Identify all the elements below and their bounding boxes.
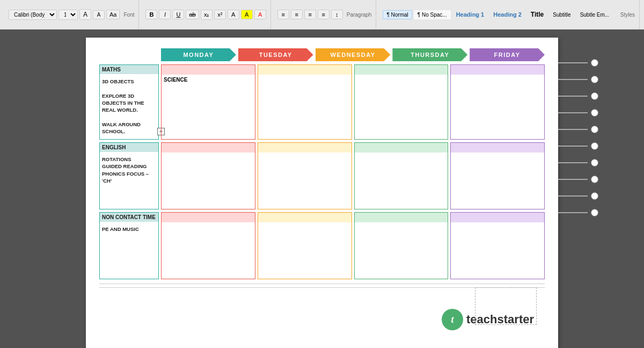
noncontact-subject-label: NON CONTACT TIME: [100, 213, 158, 222]
english-subject-label: ENGLISH: [100, 143, 158, 152]
noncontact-thu-header: [355, 213, 448, 222]
day-tuesday-header: TUESDAY: [238, 48, 313, 61]
sidebar-line-1: [558, 62, 588, 63]
timetable: MONDAY TUESDAY WEDNESDAY THURSDAY FRIDAY…: [99, 48, 545, 338]
italic-btn[interactable]: I: [159, 10, 171, 19]
paragraph-section-label: Paragraph: [347, 12, 372, 18]
underline-btn[interactable]: U: [172, 10, 184, 19]
noncontact-wednesday-cell[interactable]: [258, 212, 352, 279]
font-section-label: Font: [123, 12, 134, 18]
teachstarter-svg-icon: t: [445, 312, 460, 327]
sidebar-circle-8: [591, 176, 598, 183]
sidebar-line-8: [558, 179, 588, 180]
english-thu-header: [355, 143, 448, 153]
subscript-btn[interactable]: x₂: [201, 10, 213, 20]
maths-tue-header: [162, 65, 255, 75]
noncontact-tuesday-cell[interactable]: [161, 212, 255, 279]
align-right-btn[interactable]: ≡: [304, 10, 316, 19]
sidebar-item-4: [558, 109, 598, 117]
sidebar-item-6: [558, 142, 598, 150]
sidebar-line-5: [558, 129, 588, 130]
sidebar-line-2: [558, 79, 588, 80]
strikethrough-btn[interactable]: ab: [186, 10, 199, 19]
maths-tuesday-cell[interactable]: SCIENCE: [161, 64, 255, 140]
superscript-btn[interactable]: x²: [214, 10, 226, 19]
sidebar-item-5: [558, 126, 598, 133]
noncontact-label-cell[interactable]: NON CONTACT TIME PE AND MUSIC: [99, 212, 159, 279]
style-normal[interactable]: ¶ Normal: [383, 10, 412, 19]
day-headers-row: MONDAY TUESDAY WEDNESDAY THURSDAY FRIDAY: [161, 48, 545, 61]
font-color-btn[interactable]: A: [254, 10, 266, 19]
ruler-line-1: [99, 284, 545, 284]
sidebar-circle-1: [591, 59, 598, 67]
sidebar-item-9: [558, 192, 598, 200]
english-thursday-cell[interactable]: [354, 142, 449, 209]
sidebar-line-4: [558, 112, 588, 113]
maths-subject-label: MATHS: [100, 65, 158, 74]
font-size-select[interactable]: 12: [58, 10, 78, 20]
dashed-selection-box: [475, 287, 537, 325]
english-tuesday-cell[interactable]: [161, 142, 255, 209]
paragraph-section: ≡ ≡ ≡ ≡ ↕ Paragraph: [273, 0, 377, 29]
sidebar-circle-10: [591, 209, 598, 216]
noncontact-fri-header: [451, 213, 544, 222]
line-spacing-btn[interactable]: ↕: [331, 10, 343, 19]
format-painter-btn[interactable]: Aа: [106, 10, 120, 19]
style-subtle-em[interactable]: Subtle Em...: [576, 10, 613, 19]
font-name-select[interactable]: Calibri (Body): [9, 10, 57, 20]
maths-wed-header: [258, 65, 352, 75]
align-center-btn[interactable]: ≡: [291, 10, 303, 19]
document-page: MONDAY TUESDAY WEDNESDAY THURSDAY FRIDAY…: [86, 38, 558, 348]
clear-format-btn[interactable]: A: [228, 10, 239, 19]
noncontact-wed-header: [258, 213, 352, 222]
noncontact-friday-cell[interactable]: [450, 212, 545, 279]
format-section: B I U ab x₂ x² A A A: [141, 0, 270, 29]
font-section: Calibri (Body) 12 A A Aа Font: [4, 0, 139, 29]
maths-thursday-cell[interactable]: [354, 64, 449, 140]
english-label-cell[interactable]: ENGLISH ROTATIONS GUIDED READING PHONICS…: [99, 142, 159, 209]
noncontact-tue-header: [162, 213, 255, 222]
day-friday-header: FRIDAY: [470, 48, 545, 61]
style-title[interactable]: Title: [527, 9, 547, 20]
english-wednesday-cell[interactable]: [258, 142, 352, 209]
day-thursday-header: THURSDAY: [392, 48, 467, 61]
sidebar-item-1: [558, 59, 598, 67]
font-grow-btn[interactable]: A: [79, 9, 91, 20]
sidebar-item-8: [558, 176, 598, 183]
bold-btn[interactable]: B: [145, 10, 157, 19]
toolbar: Calibri (Body) 12 A A Aа Font B I U ab x…: [0, 0, 644, 30]
english-fri-header: [451, 143, 544, 153]
align-left-btn[interactable]: ≡: [277, 10, 289, 19]
sidebar-circle-3: [591, 92, 598, 100]
sidebar-circle-9: [591, 192, 598, 200]
noncontact-row: NON CONTACT TIME PE AND MUSIC: [99, 212, 545, 279]
style-heading1[interactable]: Heading 1: [452, 10, 488, 19]
english-wed-header: [258, 143, 352, 153]
english-tue-header: [162, 143, 255, 153]
sidebar-line-9: [558, 195, 588, 197]
justify-btn[interactable]: ≡: [318, 10, 330, 19]
english-content: ROTATIONS GUIDED READING PHONICS FOCUS –…: [102, 154, 156, 184]
sidebar-line-7: [558, 162, 588, 163]
maths-friday-cell[interactable]: [450, 64, 545, 140]
font-shrink-btn[interactable]: A: [93, 10, 105, 19]
style-heading2[interactable]: Heading 2: [489, 10, 525, 19]
sidebar-item-7: [558, 159, 598, 166]
maths-wednesday-cell[interactable]: [258, 64, 352, 140]
highlight-btn[interactable]: A: [241, 10, 253, 19]
style-no-space[interactable]: ¶ No Spac...: [414, 10, 451, 19]
maths-label-cell[interactable]: MATHS 3D OBJECTS EXPLORE 3D OBJECTS IN T…: [99, 64, 159, 140]
noncontact-thursday-cell[interactable]: [354, 212, 449, 279]
styles-section-label: Styles: [620, 12, 635, 18]
english-friday-cell[interactable]: [450, 142, 545, 209]
style-emphasis[interactable]: Emphasis: [614, 10, 616, 19]
document-area: MONDAY TUESDAY WEDNESDAY THURSDAY FRIDAY…: [0, 30, 644, 348]
maths-tue-content: SCIENCE: [162, 75, 255, 85]
maths-thu-header: [355, 65, 448, 75]
sidebar-line-6: [558, 146, 588, 147]
english-row: ENGLISH ROTATIONS GUIDED READING PHONICS…: [99, 142, 545, 209]
day-monday-header: MONDAY: [161, 48, 236, 61]
sidebar-circle-4: [591, 109, 598, 117]
style-subtitle[interactable]: Subtitle: [549, 10, 574, 19]
noncontact-content: PE AND MUSIC: [102, 224, 156, 233]
